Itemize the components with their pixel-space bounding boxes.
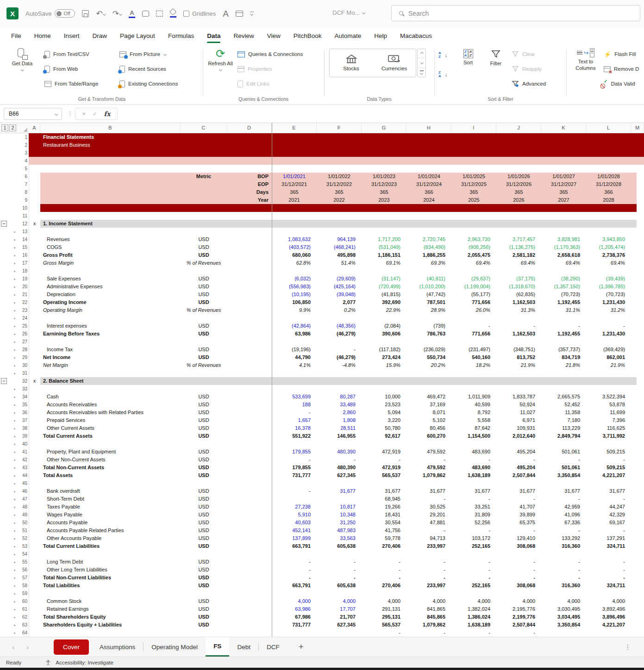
cell-G43[interactable]: 472,919 xyxy=(362,464,406,471)
cell-C50[interactable]: USD xyxy=(181,519,227,527)
table-style-icon[interactable] xyxy=(236,11,243,17)
cell-E62[interactable]: 67,986 xyxy=(272,613,317,621)
cell-F6[interactable]: 1/01/2022 xyxy=(317,173,362,180)
cell-K26[interactable]: 1,192,455 xyxy=(541,330,586,338)
cell-G44[interactable]: 565,537 xyxy=(362,471,406,479)
sort-descending-button[interactable]: ZA↓ xyxy=(438,68,447,81)
cell-L42[interactable]: - xyxy=(586,456,631,464)
cell-B58[interactable]: Total Liabilities xyxy=(40,582,181,589)
cell-F15[interactable]: (468,241) xyxy=(317,243,362,251)
existing-connections-button[interactable]: Existing Connections xyxy=(119,78,178,90)
cell-H46[interactable]: 31,677 xyxy=(406,487,451,495)
cell-B51[interactable]: Accounts Payable Related Parties xyxy=(40,527,181,534)
column-header-M[interactable]: M xyxy=(631,123,644,133)
cell-H63[interactable]: 1,079,862 xyxy=(406,621,451,629)
cell-I46[interactable]: 31,677 xyxy=(451,487,496,495)
cell-B47[interactable]: Short-Term Debt xyxy=(40,495,181,503)
cell-F42[interactable]: - xyxy=(317,456,362,464)
cell-K15[interactable]: (1,170,363) xyxy=(541,243,586,251)
cell-B37[interactable]: Prepaid Services xyxy=(40,416,181,424)
cell-K57[interactable]: - xyxy=(541,574,586,582)
cell-H34[interactable]: 469,472 xyxy=(406,393,451,401)
cell-I64[interactable]: - xyxy=(451,629,496,637)
sort-ascending-button[interactable]: AZ↓ xyxy=(438,49,447,61)
cell-C47[interactable]: USD xyxy=(181,495,227,503)
cell-C14[interactable]: USD xyxy=(181,236,227,243)
cell-F56[interactable]: - xyxy=(317,566,362,574)
cell-I61[interactable]: 1,382,024 xyxy=(451,605,496,613)
cell-E49[interactable]: 5,910 xyxy=(272,511,317,519)
cell-G42[interactable]: - xyxy=(362,456,406,464)
row-header-36[interactable]: 36 xyxy=(18,409,27,416)
cell-B43[interactable]: Total Non-Current Assets xyxy=(40,464,181,471)
cell-J6[interactable]: 1/01/2026 xyxy=(496,173,541,180)
cell-J17[interactable]: 69.4% xyxy=(496,259,541,267)
cell-G8[interactable]: 365 xyxy=(362,188,406,196)
cell-G17[interactable]: 69.1% xyxy=(362,259,406,267)
menu-tab-home[interactable]: Home xyxy=(34,27,51,44)
cell-I26[interactable]: 771,656 xyxy=(451,330,496,338)
cell-F63[interactable]: 627,345 xyxy=(317,621,362,629)
cell-F37[interactable]: 1,808 xyxy=(317,416,362,424)
cell-G58[interactable]: 270,406 xyxy=(362,582,406,589)
cell-B15[interactable]: COGS xyxy=(40,243,181,251)
cell-E17[interactable]: 62.8% xyxy=(272,259,317,267)
cell-E8[interactable]: 365 xyxy=(272,188,317,196)
cell-H56[interactable]: - xyxy=(406,566,451,574)
cell-J15[interactable]: (1,136,275) xyxy=(496,243,541,251)
cell-E55[interactable]: - xyxy=(272,558,317,566)
cell-H57[interactable]: - xyxy=(406,574,451,582)
row-header-25[interactable]: 25 xyxy=(18,322,27,330)
cell-F41[interactable]: 480,390 xyxy=(317,448,362,456)
outline-level-2[interactable]: 2 xyxy=(9,124,16,131)
cell-G25[interactable]: (2,084) xyxy=(362,322,406,330)
row-header-45[interactable]: 45 xyxy=(18,479,27,487)
cell-F61[interactable]: 17,707 xyxy=(317,605,362,613)
cell-I30[interactable]: 18.2% xyxy=(451,361,496,369)
cell-H21[interactable]: (47,742) xyxy=(406,291,451,298)
cell-K22[interactable]: 1,192,455 xyxy=(541,298,586,306)
cell-B36[interactable]: Accounts Receivables with Related Partie… xyxy=(40,409,181,416)
sheet-tab-fs[interactable]: FS xyxy=(206,637,229,657)
cell-E7[interactable]: 31/12/2021 xyxy=(272,180,317,188)
cell-J55[interactable]: - xyxy=(496,558,541,566)
cell-I48[interactable]: 33,251 xyxy=(451,503,496,511)
cell-L46[interactable]: 31,677 xyxy=(586,487,631,495)
cell-L44[interactable]: 4,221,207 xyxy=(586,471,631,479)
cell-I63[interactable]: 1,638,189 xyxy=(451,621,496,629)
cell-B63[interactable]: Shareholders Equity + Liabilities xyxy=(40,621,181,629)
cell-I19[interactable]: (29,637) xyxy=(451,275,496,283)
row-header-39[interactable]: 39 xyxy=(18,432,27,440)
cell-C36[interactable]: USD xyxy=(181,409,227,416)
cell-L49[interactable]: 42,329 xyxy=(586,511,631,519)
cell-A12[interactable]: x xyxy=(29,220,40,228)
row-header-44[interactable]: 44 xyxy=(18,471,27,479)
cell-J34[interactable]: 1,833,787 xyxy=(496,393,541,401)
cell-G37[interactable]: 3,220 xyxy=(362,416,406,424)
cell-L50[interactable]: 69,167 xyxy=(586,519,631,527)
cell-K6[interactable]: 1/01/2027 xyxy=(541,173,586,180)
cell-B46[interactable]: Bank overdraft xyxy=(40,487,181,495)
remove-duplicates-button[interactable]: ✕ Remove D xyxy=(604,63,639,75)
cell-J53[interactable]: 308,068 xyxy=(496,542,541,550)
cell-J60[interactable]: 4,000 xyxy=(496,597,541,605)
cell-F49[interactable]: 10,348 xyxy=(317,511,362,519)
cell-G28[interactable]: (117,182) xyxy=(362,346,406,354)
cell-K20[interactable]: (1,357,150) xyxy=(541,283,586,291)
cell-B25[interactable]: Interest expenses xyxy=(40,322,181,330)
cell-J25[interactable]: - xyxy=(496,322,541,330)
refresh-all-button[interactable]: ⟳ Refresh All xyxy=(207,48,234,71)
cell-K37[interactable]: 7,180 xyxy=(541,416,586,424)
menu-tab-page-layout[interactable]: Page Layout xyxy=(120,27,155,44)
cell-G62[interactable]: 295,131 xyxy=(362,613,406,621)
cell-B23[interactable]: Operating Margin xyxy=(40,306,181,314)
cell-J63[interactable]: 2,507,844 xyxy=(496,621,541,629)
cell-B22[interactable]: Operating Income xyxy=(40,298,181,306)
row-header-18[interactable]: 18 xyxy=(18,267,27,275)
gallery-scrollbar[interactable] xyxy=(417,49,426,77)
cell-G46[interactable]: 31,677 xyxy=(362,487,406,495)
cell-G30[interactable]: 15.9% xyxy=(362,361,406,369)
cell-E57[interactable]: - xyxy=(272,574,317,582)
row-header-49[interactable]: 49 xyxy=(18,511,27,519)
cell-J14[interactable]: 3,717,457 xyxy=(496,236,541,243)
